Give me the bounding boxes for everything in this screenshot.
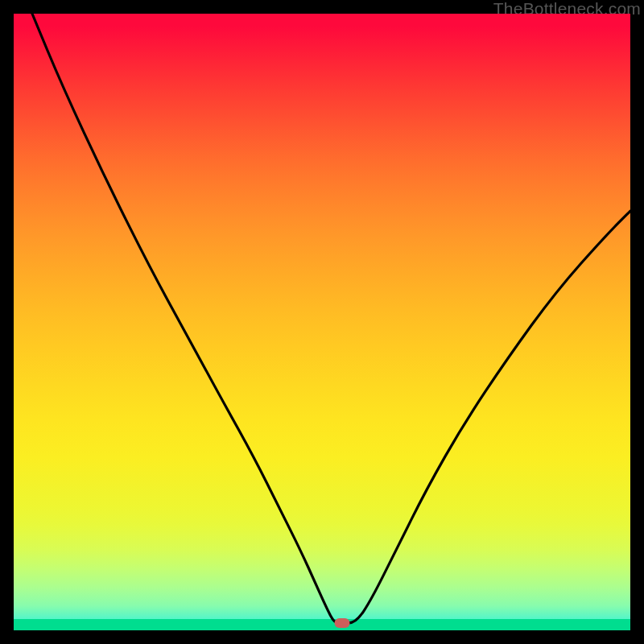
bottleneck-curve xyxy=(14,14,630,630)
optimal-point-marker xyxy=(334,618,349,628)
plot-area xyxy=(14,14,630,630)
chart-frame: TheBottleneck.com xyxy=(0,0,644,644)
